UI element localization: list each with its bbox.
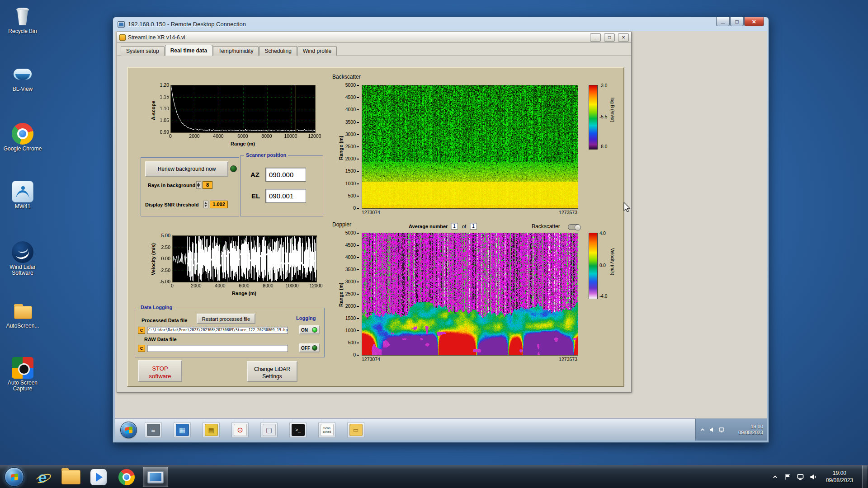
app-minimize-button[interactable] bbox=[590, 33, 601, 42]
tab-real-time-data[interactable]: Real time data bbox=[165, 45, 212, 56]
azimuth-value-field[interactable]: 090.000 bbox=[265, 168, 306, 182]
raw-drive-icon[interactable]: C bbox=[138, 345, 145, 352]
remote-taskbar-icons: ≡▦▤⊙▢>_Scan sched▭ bbox=[115, 419, 694, 441]
rdp-maximize-button[interactable] bbox=[730, 17, 744, 26]
app-titlebar[interactable]: StreamLine XR v14-6.vi bbox=[117, 32, 631, 43]
rdp-titlebar[interactable]: 192.168.0.150 - Remote Desktop Connectio… bbox=[113, 17, 769, 31]
desktop-icon-folder[interactable]: AutoScreen... bbox=[3, 300, 42, 329]
rays-in-background-label: Rays in background bbox=[148, 183, 195, 188]
remote-volume-icon[interactable] bbox=[709, 427, 715, 433]
recycle-bin-icon bbox=[12, 5, 33, 27]
tab-temp-humidity[interactable]: Temp/humidity bbox=[213, 46, 259, 56]
backscatter-toggle[interactable] bbox=[568, 224, 580, 230]
journal-glyph: ≡ bbox=[147, 424, 160, 436]
y-tick-label: 2000 bbox=[344, 156, 359, 161]
average-number-field[interactable]: 1 bbox=[451, 223, 458, 230]
azimuth-label: AZ bbox=[250, 171, 259, 178]
raw-path-field[interactable] bbox=[147, 345, 288, 352]
processed-logging-toggle[interactable]: ON bbox=[299, 325, 320, 334]
change-lidar-settings-button[interactable]: Change LiDAR Settings bbox=[247, 361, 297, 382]
remote-tray-chevron-up-icon[interactable] bbox=[699, 427, 706, 433]
tray-chevron-up-icon[interactable] bbox=[771, 473, 779, 481]
a-scope-x-axis-label: Range (m) bbox=[225, 141, 261, 146]
sticky-glyph: ▤ bbox=[205, 424, 218, 436]
x-tick-label: 8000 bbox=[260, 283, 276, 288]
stop-button-line2: software bbox=[139, 372, 181, 380]
tab-system-setup[interactable]: System setup bbox=[121, 46, 165, 56]
desktop-icon-bl-view[interactable]: BL-View bbox=[3, 63, 42, 92]
backscatter-colorbar-label: log B (/m/sr) bbox=[610, 98, 615, 122]
data-logging-title: Data Logging bbox=[139, 305, 174, 310]
doppler-colorbar-label: Velocity (m/s) bbox=[610, 248, 615, 275]
colorbar-tick-label: -3.0 bbox=[599, 83, 607, 88]
tray-action-center-flag-icon[interactable] bbox=[784, 473, 792, 481]
processed-path-field[interactable]: C:\Lidar\Data\Proc\2023\202308\20230809\… bbox=[147, 327, 288, 334]
taskbar-button-media-player[interactable] bbox=[86, 467, 111, 487]
rays-in-background-spinner[interactable] bbox=[196, 181, 201, 189]
app-close-button[interactable] bbox=[618, 33, 629, 42]
tray-volume-icon[interactable] bbox=[809, 473, 817, 481]
raw-logging-toggle[interactable]: OFF bbox=[299, 343, 320, 352]
rdp-window-title: 192.168.0.150 - Remote Desktop Connectio… bbox=[128, 21, 246, 28]
app-maximize-button[interactable] bbox=[604, 33, 615, 42]
velocity-plot-area bbox=[172, 235, 317, 282]
processed-drive-icon[interactable]: C bbox=[138, 327, 145, 334]
colorbar-tick-label: -4.0 bbox=[599, 294, 607, 299]
taskbar-button-chrome[interactable] bbox=[114, 467, 139, 487]
notes-app-icon[interactable]: ▤ bbox=[203, 422, 220, 438]
screen-capture-icon bbox=[12, 357, 33, 379]
tab-wind-profile[interactable]: Wind profile bbox=[297, 46, 337, 56]
tray-network-icon[interactable] bbox=[797, 473, 804, 481]
taskbar-button-internet-explorer[interactable] bbox=[30, 467, 55, 487]
remote-taskbar: ≡▦▤⊙▢>_Scan sched▭ 19:00 09/08/2023 bbox=[115, 418, 767, 441]
desktop-icon-recycle-bin[interactable]: Recycle Bin bbox=[3, 5, 42, 34]
restart-processed-file-button[interactable]: Restart processed file bbox=[197, 314, 255, 324]
remote-clock[interactable]: 19:00 09/08/2023 bbox=[728, 424, 763, 436]
taskbar-button-remote-desktop[interactable] bbox=[143, 467, 168, 487]
host-taskbar-clock[interactable]: 19:00 09/08/2023 bbox=[822, 469, 857, 484]
scanner-position-title: Scanner position bbox=[244, 152, 288, 158]
average-count-field[interactable]: 1 bbox=[470, 223, 477, 230]
wind-lidar-icon bbox=[12, 241, 33, 263]
y-tick-label: 0 bbox=[344, 205, 359, 211]
desktop-icon-label: Auto Screen Capture bbox=[3, 380, 42, 392]
desktop-icon-screen-capture[interactable]: Auto Screen Capture bbox=[3, 357, 42, 392]
x-tick-label: 8000 bbox=[259, 133, 275, 139]
rdp-minimize-button[interactable] bbox=[716, 17, 730, 26]
colorbar-tick-label: -8.0 bbox=[599, 144, 607, 149]
average-number-label: Average number bbox=[409, 224, 448, 229]
folder-icon[interactable]: ▭ bbox=[347, 422, 364, 438]
display-snr-threshold-value[interactable]: 1.002 bbox=[210, 201, 228, 208]
tab-scheduling[interactable]: Scheduling bbox=[259, 46, 297, 56]
x-tick-label: 2000 bbox=[188, 283, 204, 288]
logging-label: Logging bbox=[296, 315, 316, 321]
desktop-icon-google-chrome[interactable]: Google Chrome bbox=[3, 123, 42, 152]
window-app-icon[interactable]: ▢ bbox=[260, 422, 278, 438]
desktop-icon-mw41[interactable]: MW41 bbox=[3, 181, 42, 210]
renew-background-button[interactable]: Renew background now bbox=[145, 161, 228, 177]
doppler-x-start-label: 1273074 bbox=[362, 357, 380, 362]
scan-scheduler-icon[interactable]: Scan sched bbox=[318, 422, 335, 438]
journal-app-icon[interactable]: ≡ bbox=[145, 422, 162, 438]
y-tick-label: 3000 bbox=[344, 131, 359, 137]
command-prompt-icon[interactable]: >_ bbox=[289, 422, 307, 438]
x-tick-label: 6000 bbox=[236, 283, 252, 288]
rays-in-background-value[interactable]: 8 bbox=[203, 181, 212, 189]
y-tick-label: 2500 bbox=[344, 291, 359, 296]
rdp-close-button[interactable] bbox=[744, 17, 764, 26]
y-tick-label: 3500 bbox=[344, 267, 359, 272]
host-start-button[interactable] bbox=[5, 467, 24, 487]
desktop-icon-label: Recycle Bin bbox=[3, 28, 42, 34]
stop-software-button[interactable]: STOP software bbox=[138, 360, 182, 382]
background-control-group: Renew background now Rays in background … bbox=[141, 157, 239, 216]
power-control-app-icon[interactable]: ⊙ bbox=[231, 422, 249, 438]
display-snr-threshold-spinner[interactable] bbox=[203, 201, 208, 208]
desktop-icon-wind-lidar[interactable]: Wind Lidar Software bbox=[3, 241, 42, 276]
remote-viewer-app-icon[interactable]: ▦ bbox=[174, 422, 191, 438]
show-desktop-button[interactable] bbox=[862, 465, 867, 488]
remote-network-icon[interactable] bbox=[718, 427, 725, 433]
elevation-value-field[interactable]: 090.001 bbox=[265, 189, 306, 203]
power-glyph: ⊙ bbox=[234, 424, 247, 436]
taskbar-button-explorer[interactable] bbox=[58, 467, 83, 487]
host-clock-date: 09/08/2023 bbox=[826, 477, 853, 484]
